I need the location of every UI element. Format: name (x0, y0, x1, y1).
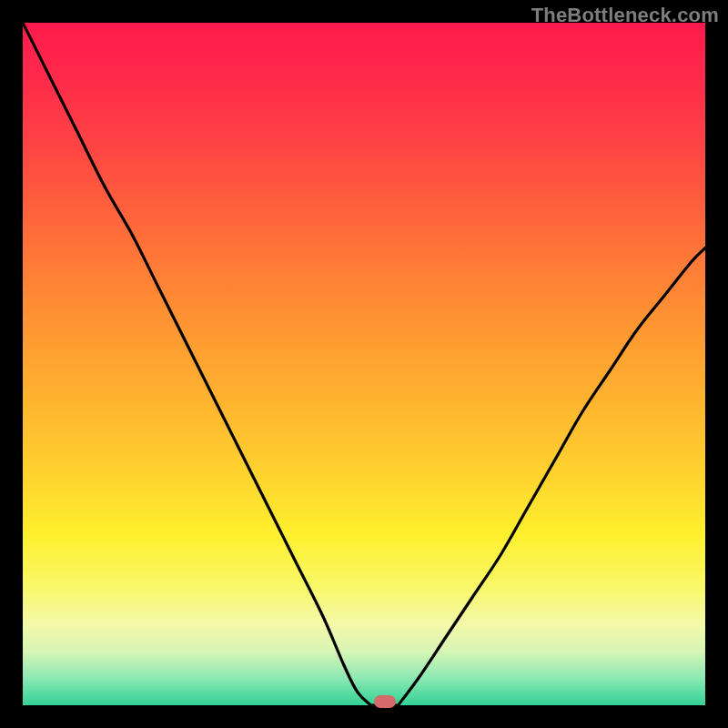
chart-frame: TheBottleneck.com (0, 0, 728, 728)
plot-area (23, 23, 705, 705)
curve-path (23, 23, 705, 705)
optimum-marker (374, 695, 396, 708)
watermark-text: TheBottleneck.com (531, 4, 719, 27)
bottleneck-curve (23, 23, 705, 705)
